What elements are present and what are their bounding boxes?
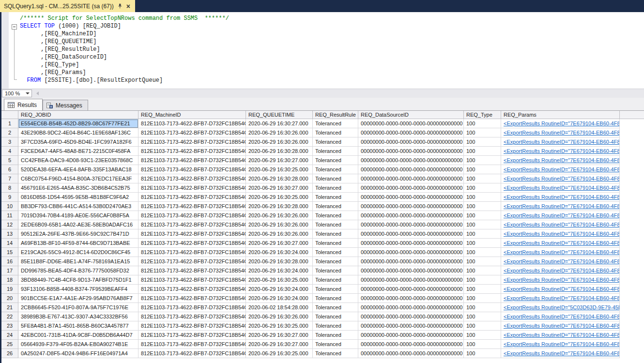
grid-cell[interactable]: 2020-06-29 16:30:26.000 (246, 220, 313, 229)
grid-cell[interactable]: Toleranced (313, 349, 358, 358)
grid-cell[interactable]: 2CBB6645-F520-41F0-807A-9A75F7C1976E (18, 303, 138, 312)
grid-cell[interactable]: 100 (464, 340, 501, 349)
grid-cell[interactable]: 2020-06-29 16:30:27.000 (246, 239, 313, 248)
grid-cell[interactable]: 812E1103-7173-4622-BFB7-D732FC18B54C (138, 248, 246, 257)
zoom-level-select[interactable]: 100 % (2, 90, 32, 97)
grid-cell[interactable]: 100 (464, 147, 501, 156)
grid-cell[interactable]: 2020-06-29 16:30:24.000 (246, 266, 313, 275)
grid-cell-link[interactable]: <ExportResults RoutineID="7E679104-EB60-… (501, 340, 620, 349)
grid-cell[interactable]: 00000000-0000-0000-0000-000000000000 (358, 165, 464, 174)
grid-cell[interactable]: 100 (464, 137, 501, 147)
grid-cell[interactable]: 00000000-0000-0000-0000-000000000000 (358, 193, 464, 202)
grid-cell-link[interactable]: <ExportResults RoutineID="7E679104-EB60-… (501, 248, 620, 257)
grid-cell[interactable]: 00000000-0000-0000-0000-000000000000 (358, 275, 464, 285)
row-number[interactable]: 8 (1, 183, 18, 193)
grid-cell[interactable]: 00000000-0000-0000-0000-000000000000 (358, 294, 464, 303)
grid-cell[interactable]: 100 (464, 174, 501, 183)
grid-cell[interactable]: 2020-06-29 16:30:24.000 (246, 285, 313, 294)
grid-cell-link[interactable]: <ExportResults RoutineID="7E679104-EB60-… (501, 312, 620, 321)
grid-cell[interactable]: 812E1103-7173-4622-BFB7-D732FC18B54C (138, 220, 246, 229)
grid-cell[interactable]: Toleranced (313, 119, 358, 128)
document-tab[interactable]: SQLQuery1.sql - CM...25.25SITE (sa (67))… (0, 0, 135, 12)
grid-cell[interactable]: 85E11B8F-DD6E-4BE1-A74F-758169A1EA15 (18, 257, 138, 266)
grid-cell[interactable]: 100 (464, 294, 501, 303)
column-header-req_queuetime[interactable]: REQ_QUEUETIME (246, 111, 313, 119)
grid-cell-link[interactable]: <ExportResults RoutineID="7E679104-EB60-… (501, 257, 620, 266)
grid-cell[interactable]: 456791E6-E265-4A5A-B35C-3DB6B4C52B75 (18, 183, 138, 193)
grid-cell[interactable]: 00000000-0000-0000-0000-000000000000 (358, 128, 464, 137)
grid-cell[interactable]: 00000000-0000-0000-0000-000000000000 (358, 340, 464, 349)
grid-cell[interactable]: 00000000-0000-0000-0000-000000000000 (358, 285, 464, 294)
grid-cell[interactable]: 2020-06-29 16:30:25.000 (246, 165, 313, 174)
grid-cell-link[interactable]: <ExportResults RoutineID="7E679104-EB60-… (501, 229, 620, 239)
grid-cell[interactable]: 2020-06-29 16:30:25.000 (246, 349, 313, 358)
grid-cell[interactable]: 43E290B8-9DC2-4E04-B64C-1E9E68AF136C (18, 128, 138, 137)
grid-cell-link[interactable]: <ExportResults RoutineID="7E679104-EB60-… (501, 211, 620, 220)
row-number[interactable]: 18 (1, 275, 18, 285)
grid-cell[interactable]: 100 (464, 331, 501, 340)
grid-cell[interactable]: 812E1103-7173-4622-BFB7-D732FC18B54C (138, 174, 246, 183)
grid-cell-link[interactable]: <ExportResults RoutineID="7E679104-EB60-… (501, 220, 620, 229)
grid-cell[interactable]: 100 (464, 248, 501, 257)
grid-cell[interactable]: 2020-06-29 16:30:28.000 (246, 174, 313, 183)
grid-cell[interactable]: 42EBC001-731B-41DA-9C8F-D0B5DB6A44D7 (18, 331, 138, 340)
grid-cell[interactable]: 00000000-0000-0000-0000-000000000000 (358, 257, 464, 266)
grid-cell-link[interactable]: <ExportResults RoutineID="7E679104-EB60-… (501, 137, 620, 147)
grid-cell[interactable]: 100 (464, 257, 501, 266)
grid-cell[interactable]: Toleranced (313, 340, 358, 349)
grid-cell[interactable]: 00000000-0000-0000-0000-000000000000 (358, 303, 464, 312)
grid-cell[interactable]: 2020-06-29 16:30:24.000 (246, 294, 313, 303)
row-number[interactable]: 12 (1, 220, 18, 229)
row-number[interactable]: 17 (1, 266, 18, 275)
grid-cell-link[interactable]: <ExportResults RoutineID="7E679104-EB60-… (501, 331, 620, 340)
grid-cell[interactable]: Toleranced (313, 220, 358, 229)
row-number[interactable]: 7 (1, 174, 18, 183)
row-number[interactable]: 4 (1, 147, 18, 156)
grid-cell-link[interactable]: <ExportResults RoutineID="7E679104-EB60-… (501, 266, 620, 275)
grid-cell[interactable]: 0816D858-1D54-4595-9E5B-4B1B8FC9F6A2 (18, 193, 138, 202)
grid-cell[interactable]: 2020-06-29 16:30:24.000 (246, 248, 313, 257)
grid-cell[interactable]: 00000000-0000-0000-0000-000000000000 (358, 248, 464, 257)
grid-cell[interactable]: Toleranced (313, 147, 358, 156)
grid-cell[interactable]: 812E1103-7173-4622-BFB7-D732FC18B54C (138, 119, 246, 128)
grid-cell[interactable]: Toleranced (313, 275, 358, 285)
grid-cell[interactable]: 2020-06-29 16:30:26.000 (246, 312, 313, 321)
grid-cell[interactable]: 00000000-0000-0000-0000-000000000000 (358, 266, 464, 275)
tab-results[interactable]: Results (4, 99, 43, 110)
grid-cell[interactable]: 812E1103-7173-4622-BFB7-D732FC18B54C (138, 202, 246, 211)
grid-cell[interactable]: BB3DF793-CBB6-441C-A514-53B0D2470AE3 (18, 202, 138, 211)
grid-cell[interactable]: 2020-06-29 16:30:25.000 (246, 321, 313, 331)
pin-icon[interactable] (117, 3, 123, 9)
grid-cell[interactable]: 00000000-0000-0000-0000-000000000000 (358, 331, 464, 340)
grid-cell[interactable]: 93F13106-B85B-4408-B374-7F9539BEAFF4 (18, 285, 138, 294)
grid-cell[interactable]: 00000000-0000-0000-0000-000000000000 (358, 349, 464, 358)
grid-cell[interactable]: 00000000-0000-0000-0000-000000000000 (358, 321, 464, 331)
grid-cell[interactable]: 00000000-0000-0000-0000-000000000000 (358, 174, 464, 183)
grid-cell[interactable]: F3CED6A7-4AF5-48A8-BE71-2215C0F458FA (18, 147, 138, 156)
grid-cell[interactable]: 00000000-0000-0000-0000-000000000000 (358, 229, 464, 239)
grid-cell[interactable]: 2020-06-29 16:30:27.000 (246, 331, 313, 340)
grid-cell-link[interactable]: <ExportResults RoutineID="7E679104-EB60-… (501, 128, 620, 137)
grid-cell[interactable]: 100 (464, 193, 501, 202)
grid-cell-link[interactable]: <ExportResults RoutineID="7E679104-EB60-… (501, 202, 620, 211)
grid-cell[interactable]: Toleranced (313, 229, 358, 239)
row-number[interactable]: 16 (1, 257, 18, 266)
row-number[interactable]: 3 (1, 137, 18, 147)
grid-cell[interactable]: Toleranced (313, 174, 358, 183)
grid-cell[interactable]: Toleranced (313, 239, 358, 248)
grid-cell[interactable]: 100 (464, 128, 501, 137)
grid-cell[interactable]: 100 (464, 266, 501, 275)
grid-cell[interactable]: 100 (464, 165, 501, 174)
grid-cell[interactable]: 2020-06-29 16:30:26.000 (246, 229, 313, 239)
row-number[interactable]: 21 (1, 303, 18, 312)
grid-cell[interactable]: Toleranced (313, 202, 358, 211)
row-number[interactable]: 13 (1, 229, 18, 239)
grid-cell[interactable]: 812E1103-7173-4622-BFB7-D732FC18B54C (138, 183, 246, 193)
grid-cell[interactable]: 00000000-0000-0000-0000-000000000000 (358, 137, 464, 147)
grid-cell[interactable]: Toleranced (313, 156, 358, 165)
grid-cell[interactable]: 812E1103-7173-4622-BFB7-D732FC18B54C (138, 349, 246, 358)
grid-cell[interactable]: 812E1103-7173-4622-BFB7-D732FC18B54C (138, 128, 246, 137)
column-header-req_machineid[interactable]: REQ_MachineID (138, 111, 246, 119)
grid-cell[interactable]: 812E1103-7173-4622-BFB7-D732FC18B54C (138, 294, 246, 303)
grid-cell[interactable]: 00000000-0000-0000-0000-000000000000 (358, 183, 464, 193)
